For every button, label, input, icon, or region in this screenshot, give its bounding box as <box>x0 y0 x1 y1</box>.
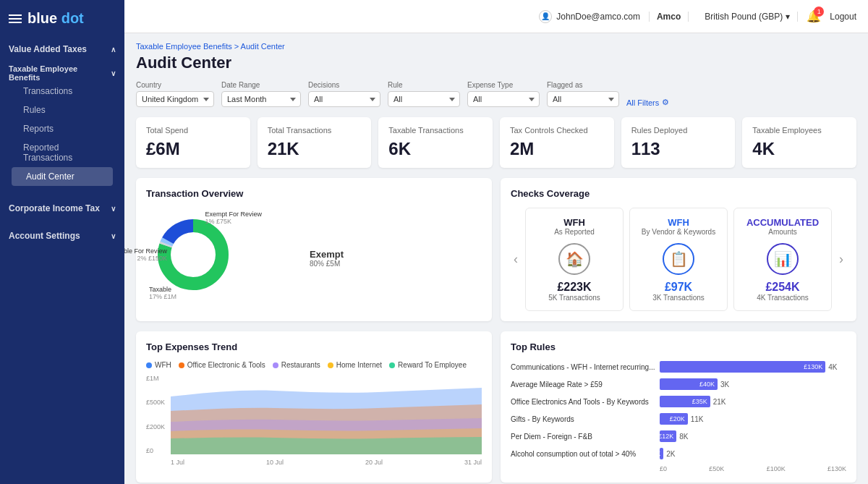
sidebar-section-vat-title[interactable]: Value Added Taxes ∧ <box>9 44 116 54</box>
kpi-tax-controls-value: 2M <box>510 139 604 159</box>
top-expenses-title: Top Expenses Trend <box>146 341 482 352</box>
filter-flagged-select[interactable]: All <box>547 91 619 107</box>
legend-home-internet: Home Internet <box>328 361 382 369</box>
user-avatar-icon: 👤 <box>539 10 552 23</box>
filter-expense-type-select[interactable]: All <box>467 91 540 107</box>
filter-rule-select[interactable]: All <box>388 91 460 107</box>
kpi-total-spend-value: £6M <box>146 139 240 159</box>
check-card-wfh-reported: WFH As Reported 🏠 £223K 5K Transactions <box>525 208 624 311</box>
rule-label-0: Communications - WFH - Internet recurrin… <box>511 363 655 371</box>
sidebar-subsection-teb-title[interactable]: Taxable Employee Benefits ∨ <box>9 64 116 82</box>
hamburger-menu[interactable] <box>9 14 22 23</box>
sidebar: blue dot Value Added Taxes ∧ Taxable Emp… <box>0 0 124 484</box>
sidebar-section-settings-title[interactable]: Account Settings ∨ <box>9 231 116 241</box>
chevron-down-icon-cit: ∨ <box>111 205 116 213</box>
topbar-company[interactable]: Amco <box>649 12 689 22</box>
sidebar-subsection-teb: Taxable Employee Benefits ∨ Transactions… <box>0 57 124 189</box>
legend-wfh: WFH <box>146 361 171 369</box>
rule-bar-container-3: £20K 11K <box>660 413 846 425</box>
trend-legend: WFH Office Electronic & Tools Restaurant… <box>146 361 482 369</box>
topbar: 👤 JohnDoe@amco.com Amco British Pound (G… <box>124 0 868 33</box>
logo: blue dot <box>27 10 84 27</box>
filter-country: Country United Kingdom <box>136 81 214 107</box>
filters-bar: Country United Kingdom Date Range Last M… <box>136 81 856 107</box>
rule-bar-2: £35K <box>660 396 710 407</box>
check-card-wfh-vendor: WFH By Vendor & Keywords 📋 £97K 3K Trans… <box>629 208 728 311</box>
filter-decisions-select[interactable]: All <box>308 91 380 107</box>
donut-chart: Exempt For Review1% £75K Taxable For Rev… <box>146 208 255 309</box>
sidebar-section-settings: Account Settings ∨ <box>0 224 124 244</box>
logout-button[interactable]: Logout <box>830 12 856 22</box>
rules-chart: Communications - WFH - Internet recurrin… <box>511 361 846 472</box>
sidebar-section-cit: Corporate Income Tax ∨ <box>0 196 124 216</box>
office-tools-dot <box>179 362 184 368</box>
kpi-row: Total Spend £6M Total Transactions 21K T… <box>136 117 856 168</box>
breadcrumb: Taxable Employee Benefits > Audit Center <box>136 42 856 51</box>
rule-bar-5: £3K <box>660 448 663 459</box>
kpi-taxable-employees-label: Taxable Employees <box>752 126 846 135</box>
page-title: Audit Center <box>136 54 856 72</box>
accumulated-icon: 📊 <box>767 243 799 275</box>
rule-row-1: Average Mileage Rate > £59 £40K 3K <box>511 378 846 390</box>
kpi-taxable-transactions-value: 6K <box>388 139 482 159</box>
legend-reward: Reward To Employee <box>389 361 467 369</box>
trend-chart-container: £1M £500K £200K £0 <box>146 375 482 466</box>
filter-expense-type-label: Expense Type <box>467 81 540 89</box>
middle-row: Transaction Overview <box>136 178 856 321</box>
rule-label-4: Per Diem - Foreign - F&B <box>511 433 655 441</box>
all-filters-button[interactable]: All Filters ⚙ <box>626 98 669 107</box>
rule-label-2: Office Electronics And Tools - By Keywor… <box>511 398 655 406</box>
trend-svg <box>171 375 482 454</box>
taxable-float-label: Taxable17% £1M <box>149 286 176 300</box>
kpi-tax-controls: Tax Controls Checked 2M <box>500 117 614 168</box>
sidebar-item-reports[interactable]: Reports <box>9 119 116 138</box>
checks-coverage-panel: Checks Coverage ‹ WFH As Reported 🏠 £223… <box>501 178 856 321</box>
chevron-down-icon-currency: ▾ <box>786 12 790 22</box>
filter-icon: ⚙ <box>662 98 669 107</box>
carousel-next-button[interactable]: › <box>836 249 846 270</box>
exempt-review-float-label: Exempt For Review1% £75K <box>205 211 262 225</box>
kpi-rules-deployed: Rules Deployed 113 <box>621 117 736 168</box>
rule-row-4: Per Diem - Foreign - F&B £12K 8K <box>511 430 846 442</box>
wfh-dot <box>146 362 152 368</box>
main-content: 👤 JohnDoe@amco.com Amco British Pound (G… <box>124 0 868 484</box>
trend-x-axis: 1 Jul 10 Jul 20 Jul 31 Jul <box>171 459 482 466</box>
sidebar-item-audit-center[interactable]: Audit Center <box>12 167 113 186</box>
transaction-overview-panel: Transaction Overview <box>136 178 492 321</box>
rule-bar-0: £130K <box>660 361 825 373</box>
transaction-overview-title: Transaction Overview <box>146 188 482 199</box>
trend-chart: 1 Jul 10 Jul 20 Jul 31 Jul <box>171 375 482 466</box>
donut-container: Exempt For Review1% £75K Taxable For Rev… <box>146 208 482 309</box>
rule-row-3: Gifts - By Keywords £20K 11K <box>511 413 846 425</box>
checks-carousel: ‹ WFH As Reported 🏠 £223K 5K Transaction… <box>511 208 846 311</box>
carousel-prev-button[interactable]: ‹ <box>511 249 521 270</box>
top-rules-title: Top Rules <box>511 341 846 352</box>
filter-date-select[interactable]: Last Month <box>221 91 301 107</box>
filter-expense-type: Expense Type All <box>467 81 540 107</box>
notification-bell[interactable]: 🔔 1 <box>807 9 821 23</box>
rule-row-0: Communications - WFH - Internet recurrin… <box>511 361 846 373</box>
rule-bar-3: £20K <box>660 413 688 425</box>
sidebar-item-reported-transactions[interactable]: Reported Transactions <box>9 138 116 167</box>
rule-row-2: Office Electronics And Tools - By Keywor… <box>511 396 846 407</box>
top-rules-panel: Top Rules Communications - WFH - Interne… <box>501 331 856 483</box>
topbar-email: JohnDoe@amco.com <box>556 12 640 22</box>
legend-office-tools: Office Electronic & Tools <box>179 361 265 369</box>
sidebar-item-rules[interactable]: Rules <box>9 101 116 119</box>
page-content: Taxable Employee Benefits > Audit Center… <box>124 33 868 484</box>
kpi-total-transactions: Total Transactions 21K <box>258 117 372 168</box>
trend-y-axis: £1M £500K £200K £0 <box>146 375 168 454</box>
checks-cards: WFH As Reported 🏠 £223K 5K Transactions … <box>525 208 832 311</box>
rule-bar-container-4: £12K 8K <box>660 430 846 442</box>
filter-flagged-label: Flagged as <box>547 81 619 89</box>
home-internet-dot <box>328 362 333 368</box>
kpi-taxable-transactions-label: Taxable Transactions <box>388 126 482 135</box>
topbar-currency[interactable]: British Pound (GBP) ▾ <box>697 12 798 22</box>
sidebar-section-cit-title[interactable]: Corporate Income Tax ∨ <box>9 203 116 213</box>
filter-flagged-as: Flagged as All <box>547 81 619 107</box>
sidebar-item-transactions[interactable]: Transactions <box>9 82 116 101</box>
filter-country-select[interactable]: United Kingdom <box>136 91 214 107</box>
wfh-reported-icon: 🏠 <box>558 243 590 275</box>
rule-bar-container-5: £3K 2K <box>660 448 846 459</box>
filter-date-label: Date Range <box>221 81 301 89</box>
